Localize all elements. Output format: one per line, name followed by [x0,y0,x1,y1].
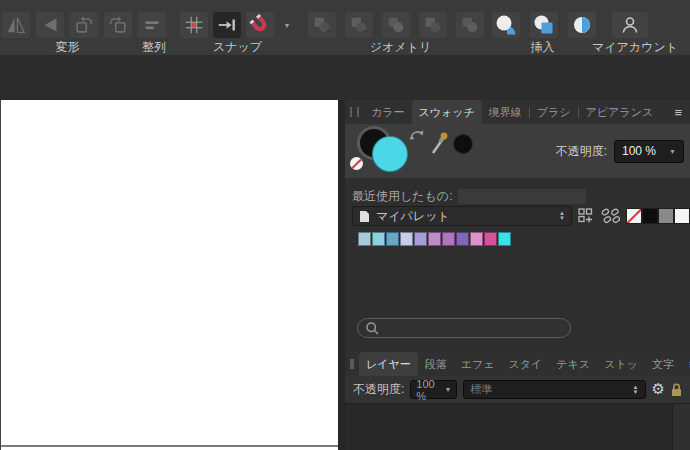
recent-colors-row: 最近使用したもの: [352,188,682,205]
palette-swatch[interactable] [456,232,469,246]
panel-drag-handle-icon[interactable] [350,107,359,117]
rotate-cw-icon [73,14,95,36]
swatch-white[interactable] [674,208,690,224]
toolbar-group-label-snap: スナップ [195,39,280,56]
tab-effects[interactable]: エフェ [454,352,502,376]
opacity-value: 100 % [622,144,656,158]
recent-colors-strip[interactable] [458,189,586,204]
insert-behind-button[interactable] [492,12,520,38]
panel-drag-handle-icon[interactable] [350,359,354,369]
application-window: ▼ [0,0,690,450]
caret-down-icon: ▼ [284,22,291,29]
flip-vertical-button[interactable] [36,12,64,38]
layers-list-area[interactable] [345,404,690,450]
insert-inside-button[interactable] [568,12,596,38]
opacity-label: 不透明度: [556,143,607,160]
snap-options-dropdown[interactable]: ▼ [280,12,294,38]
snap-move-button[interactable] [213,12,241,38]
geometry-combine-button[interactable] [456,12,484,38]
insert-on-top-button[interactable] [530,12,558,38]
tab-paragraph[interactable]: 段落 [418,352,454,376]
palette-swatch[interactable] [358,232,371,246]
palette-swatch[interactable] [372,232,385,246]
edit-palette-button[interactable] [601,208,620,224]
document-icon [359,210,370,223]
layers-opacity-dropdown[interactable]: 100 % ▼ [410,380,457,399]
swatches-panel: カラー スウォッチ 境界線 ブラシ アピアランス ≡ [345,100,690,352]
stepper-arrows-icon: ▲▼ [559,211,565,221]
eyedropper-icon [429,129,451,157]
layers-scrollbar[interactable] [672,404,690,450]
caret-down-icon: ▼ [669,148,676,155]
tab-stock[interactable]: ストッ [597,352,645,376]
geometry-subtract-button[interactable] [345,12,373,38]
rotate-cw-button[interactable] [70,12,98,38]
toolbar-group-label-transform: 変形 [30,39,105,56]
palette-swatch[interactable] [386,232,399,246]
swatch-gray[interactable] [658,208,674,224]
palette-swatch[interactable] [400,232,413,246]
blend-mode-dropdown[interactable]: 標準 ▲▼ [463,380,645,399]
toolbar-group-label-account: マイアカウント [585,39,685,56]
geometry-subtract-icon [348,14,370,36]
lock-icon[interactable] [671,383,682,397]
tab-text[interactable]: テキス [549,352,597,376]
swatch-none[interactable] [626,208,642,224]
palette-swatch[interactable] [428,232,441,246]
align-button[interactable] [138,12,166,38]
snap-grid-icon [183,14,205,36]
swatch-black[interactable] [642,208,658,224]
layers-controls-row: 不透明度: 100 % ▼ 標準 ▲▼ ⚙ [345,376,690,404]
fill-color-well[interactable] [372,136,408,172]
layers-tab-bar: レイヤー 段落 エフェ スタイ テキス ストッ 文字 ≡ [345,352,690,376]
palette-select[interactable]: マイパレット ▲▼ [352,206,572,226]
no-fill-icon [350,157,363,170]
opacity-control: 不透明度: 100 % ▼ [556,124,684,178]
account-person-icon [618,13,642,37]
palette-select-value: マイパレット [376,208,450,225]
swap-colors-button[interactable] [409,127,425,145]
swatch-search-input[interactable] [357,318,571,338]
search-icon [365,321,380,336]
rotate-ccw-button[interactable] [104,12,132,38]
blend-mode-value: 標準 [470,382,492,397]
palette-swatch[interactable] [414,232,427,246]
picked-color-well[interactable] [453,134,473,154]
layers-panel-menu-button[interactable]: ≡ [681,352,690,376]
geometry-divide-button[interactable] [419,12,447,38]
layers-panel: レイヤー 段落 エフェ スタイ テキス ストッ 文字 ≡ [345,352,690,450]
opacity-dropdown[interactable]: 100 % ▼ [614,140,684,163]
my-account-button[interactable] [612,12,648,38]
tab-character[interactable]: 文字 [645,352,681,376]
swatches-panel-menu-button[interactable]: ≡ [666,100,690,124]
tab-appearance[interactable]: アピアランス [579,100,661,124]
palette-swatch[interactable] [498,232,511,246]
palette-swatch[interactable] [442,232,455,246]
stepper-arrows-icon: ▲▼ [633,385,639,395]
tab-styles[interactable]: スタイ [502,352,550,376]
tab-stroke[interactable]: 境界線 [482,100,529,124]
layer-settings-button[interactable]: ⚙ [652,382,665,397]
tab-brushes[interactable]: ブラシ [530,100,578,124]
palette-row: マイパレット ▲▼ [352,206,690,226]
rotate-ccw-icon [107,14,129,36]
geometry-add-icon [311,14,333,36]
align-icon [141,14,163,36]
geometry-intersect-button[interactable] [382,12,410,38]
top-toolbar: ▼ [0,0,690,55]
no-fill-button[interactable] [350,157,363,170]
palette-swatch[interactable] [470,232,483,246]
tab-swatches[interactable]: スウォッチ [412,100,482,124]
color-picker-button[interactable] [429,129,451,161]
add-swatch-button[interactable] [578,208,595,224]
palette-swatch[interactable] [484,232,497,246]
tab-color[interactable]: カラー [364,100,412,124]
palette-color-grid [358,232,511,246]
flip-horizontal-icon [5,14,27,36]
snap-grid-button[interactable] [180,12,208,38]
snap-magnet-button[interactable] [246,12,274,38]
document-canvas[interactable] [0,100,338,450]
tab-layers[interactable]: レイヤー [359,352,418,376]
flip-horizontal-button[interactable] [2,12,30,38]
geometry-add-button[interactable] [308,12,336,38]
